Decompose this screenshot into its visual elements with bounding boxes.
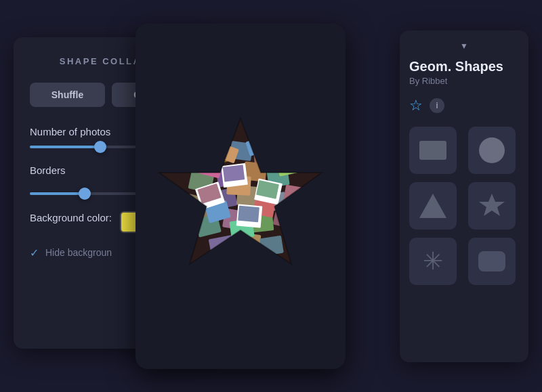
rounded-rect-shape: [478, 251, 505, 271]
shape-cell-rounded-rect[interactable]: [468, 238, 516, 285]
svg-rect-13: [283, 184, 306, 204]
collage-svg: [149, 105, 332, 288]
pack-subtitle: By Ribbet: [409, 76, 519, 86]
shape-cell-star[interactable]: [468, 182, 516, 230]
info-icon[interactable]: i: [430, 98, 444, 113]
shapes-grid: ✳: [409, 127, 519, 285]
svg-rect-29: [211, 248, 237, 270]
pack-actions: ☆ i: [409, 97, 519, 114]
pack-title: Geom. Shapes: [409, 59, 519, 74]
circle-shape: [479, 137, 505, 163]
svg-rect-32: [223, 165, 245, 181]
svg-rect-30: [243, 244, 266, 265]
hide-background-label: Hide backgroun: [45, 247, 112, 258]
center-panel: [136, 24, 346, 369]
svg-marker-40: [479, 194, 505, 216]
burst-shape: ✳: [423, 249, 443, 274]
shape-cell-circle[interactable]: [468, 127, 516, 174]
checkmark-icon: ✓: [30, 246, 39, 259]
background-color-label: Background color:: [30, 212, 112, 223]
star-shape: [478, 192, 506, 220]
triangle-shape: [419, 194, 446, 218]
right-panel: ▼ Geom. Shapes By Ribbet ☆ i ✳: [400, 30, 528, 362]
shuffle-button[interactable]: Shuffle: [30, 83, 105, 107]
rectangle-shape: [419, 141, 446, 160]
favorite-star-icon[interactable]: ☆: [409, 97, 423, 114]
shape-cell-rectangle[interactable]: [409, 127, 457, 174]
svg-rect-38: [238, 205, 259, 222]
borders-label: Borders: [30, 165, 66, 176]
shape-cell-burst[interactable]: ✳: [409, 238, 457, 285]
shape-cell-triangle[interactable]: [409, 182, 457, 230]
dropdown-arrow-icon[interactable]: ▼: [409, 41, 519, 51]
star-collage: [149, 105, 332, 288]
